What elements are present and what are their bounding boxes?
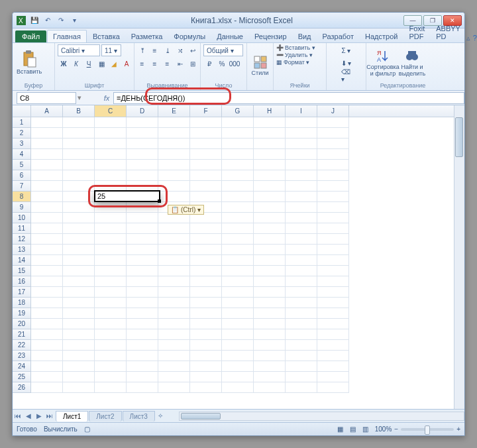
cell[interactable] <box>222 117 254 128</box>
row-header[interactable]: 9 <box>13 202 31 213</box>
cell[interactable] <box>31 245 63 255</box>
cell[interactable] <box>63 192 95 202</box>
cell[interactable] <box>317 372 349 382</box>
cell[interactable] <box>127 308 158 319</box>
cell[interactable] <box>190 361 222 372</box>
cell[interactable] <box>222 202 254 213</box>
clear-button[interactable]: ⌫ ▾ <box>341 70 352 82</box>
cell[interactable] <box>127 361 158 372</box>
cell[interactable] <box>254 234 286 245</box>
format-cells-button[interactable]: ▦Формат ▾ <box>276 59 309 66</box>
cell[interactable] <box>31 308 63 319</box>
cell[interactable] <box>254 149 286 160</box>
cell[interactable] <box>63 117 95 128</box>
save-icon[interactable]: 💾 <box>28 15 40 27</box>
sheet-nav-first[interactable]: ⏮ <box>13 411 23 421</box>
italic-button[interactable]: К <box>70 58 82 70</box>
tab-view[interactable]: Вид <box>293 30 317 42</box>
row-header[interactable]: 2 <box>13 128 31 139</box>
cell[interactable] <box>190 181 222 192</box>
row-header[interactable]: 16 <box>13 276 31 287</box>
align-top-button[interactable]: ⤒ <box>136 44 148 56</box>
cell[interactable] <box>190 276 222 287</box>
cell[interactable] <box>222 382 254 393</box>
hscroll-thumb[interactable] <box>181 413 221 420</box>
cell[interactable] <box>222 319 254 329</box>
row-header[interactable]: 6 <box>13 170 31 181</box>
row-header[interactable]: 10 <box>13 213 31 223</box>
cell[interactable] <box>222 351 254 361</box>
cell[interactable] <box>158 351 190 361</box>
cell[interactable] <box>222 308 254 319</box>
cell[interactable] <box>222 160 254 170</box>
file-tab[interactable]: Файл <box>15 30 46 42</box>
cell[interactable] <box>31 340 63 351</box>
cell[interactable] <box>190 128 222 139</box>
cell[interactable] <box>254 298 286 308</box>
cell[interactable] <box>317 319 349 329</box>
cell[interactable] <box>31 139 63 149</box>
col-header[interactable]: J <box>317 105 349 117</box>
cell[interactable] <box>127 351 158 361</box>
align-right-button[interactable]: ≡ <box>162 58 174 70</box>
cell[interactable] <box>127 329 158 340</box>
cell[interactable] <box>31 160 63 170</box>
cell[interactable] <box>127 160 158 170</box>
cell[interactable] <box>127 276 158 287</box>
cell[interactable] <box>254 319 286 329</box>
cell[interactable] <box>158 361 190 372</box>
cell[interactable] <box>158 308 190 319</box>
cell[interactable] <box>286 192 317 202</box>
cell[interactable] <box>254 287 286 298</box>
cell[interactable] <box>254 202 286 213</box>
cell[interactable] <box>286 340 317 351</box>
ribbon-minimize-icon[interactable]: ▵ <box>466 34 470 42</box>
cell[interactable] <box>31 223 63 234</box>
cell[interactable] <box>158 276 190 287</box>
cell[interactable] <box>317 255 349 266</box>
tab-layout[interactable]: Разметка <box>126 30 168 42</box>
col-header[interactable]: G <box>222 105 254 117</box>
row-header[interactable]: 4 <box>13 149 31 160</box>
cell[interactable] <box>286 213 317 223</box>
cell[interactable] <box>95 372 127 382</box>
row-header[interactable]: 20 <box>13 319 31 329</box>
cell[interactable] <box>317 192 349 202</box>
cell[interactable] <box>317 202 349 213</box>
cell[interactable] <box>190 287 222 298</box>
cell[interactable] <box>317 234 349 245</box>
cell[interactable] <box>95 255 127 266</box>
cell[interactable] <box>31 319 63 329</box>
cell[interactable] <box>63 287 95 298</box>
cell[interactable] <box>127 149 158 160</box>
row-header[interactable]: 24 <box>13 361 31 372</box>
vertical-scrollbar[interactable] <box>454 105 464 409</box>
cell[interactable] <box>63 202 95 213</box>
find-select-button[interactable]: Найти и выделить <box>398 44 426 82</box>
cell[interactable] <box>286 117 317 128</box>
cell[interactable] <box>190 382 222 393</box>
cell[interactable] <box>222 372 254 382</box>
cell[interactable] <box>286 329 317 340</box>
cell[interactable] <box>254 255 286 266</box>
cell[interactable] <box>63 245 95 255</box>
cell[interactable] <box>254 351 286 361</box>
cell[interactable] <box>127 372 158 382</box>
horizontal-scrollbar[interactable] <box>179 412 464 421</box>
cell[interactable] <box>31 117 63 128</box>
cell[interactable] <box>31 213 63 223</box>
cell[interactable] <box>158 329 190 340</box>
cell[interactable] <box>222 234 254 245</box>
cell[interactable] <box>254 245 286 255</box>
cell[interactable] <box>31 170 63 181</box>
cell[interactable] <box>63 139 95 149</box>
undo-icon[interactable]: ↶ <box>42 15 54 27</box>
cell[interactable] <box>63 340 95 351</box>
cell[interactable] <box>190 319 222 329</box>
tab-developer[interactable]: Разработ <box>317 30 359 42</box>
cell[interactable] <box>254 139 286 149</box>
cell[interactable] <box>31 372 63 382</box>
cell[interactable] <box>222 361 254 372</box>
cell[interactable] <box>127 245 158 255</box>
cell[interactable] <box>317 329 349 340</box>
